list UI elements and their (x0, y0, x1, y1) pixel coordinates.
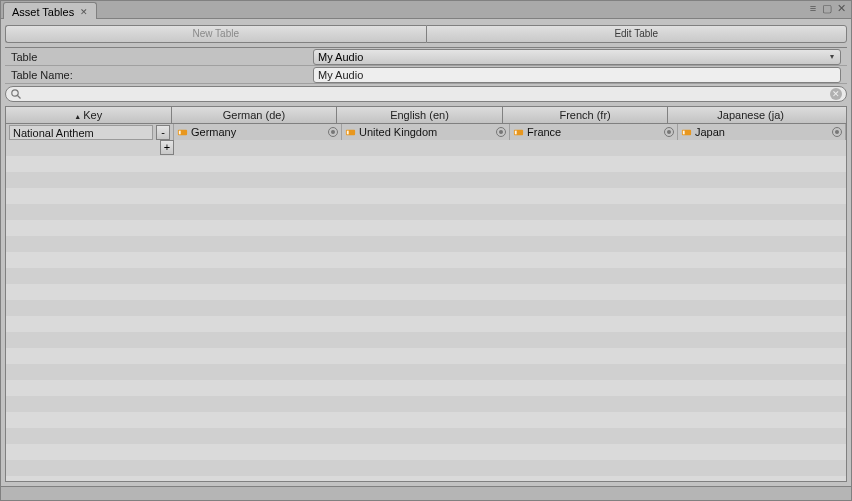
svg-rect-5 (347, 130, 349, 134)
window-buttons: ≡ ▢ ✕ (807, 2, 847, 14)
locale-value: Germany (191, 126, 325, 138)
menu-icon[interactable]: ≡ (807, 2, 819, 14)
object-picker-icon[interactable] (664, 127, 674, 137)
remove-row-button[interactable]: - (156, 125, 170, 140)
locale-cell-ja[interactable]: Japan (678, 124, 846, 140)
search-input[interactable] (22, 88, 830, 100)
header-spacer (833, 106, 847, 124)
tablename-input[interactable]: My Audio (313, 67, 841, 83)
edit-table-button[interactable]: Edit Table (426, 25, 848, 43)
bottom-scrollbar[interactable] (1, 486, 851, 500)
search-bar[interactable]: ✕ (5, 86, 847, 102)
locale-value: Japan (695, 126, 829, 138)
add-key-cell: + (6, 140, 174, 156)
audio-icon (345, 127, 356, 138)
table-row: National Anthem - Germany United Kingdom… (6, 124, 846, 140)
asset-tables-window: Asset Tables ✕ ≡ ▢ ✕ New Table Edit Tabl… (0, 0, 852, 501)
svg-rect-9 (683, 130, 685, 134)
tablename-label: Table Name: (5, 69, 313, 81)
add-row: + (6, 140, 846, 156)
table-fields: Table My Audio Table Name: My Audio (5, 47, 847, 84)
key-cell: National Anthem - (6, 124, 174, 140)
striped-bg: National Anthem - Germany United Kingdom… (6, 124, 846, 481)
tab-bar: Asset Tables ✕ ≡ ▢ ✕ (1, 1, 851, 19)
svg-rect-3 (179, 130, 181, 134)
locale-cell-fr[interactable]: France (510, 124, 678, 140)
locale-cell-de[interactable]: Germany (174, 124, 342, 140)
header-locale-fr[interactable]: French (fr) (502, 106, 668, 124)
svg-line-1 (18, 96, 21, 99)
locale-value: United Kingdom (359, 126, 493, 138)
header-locale-ja[interactable]: Japanese (ja) (667, 106, 833, 124)
object-picker-icon[interactable] (328, 127, 338, 137)
svg-rect-7 (515, 130, 517, 134)
table-dropdown[interactable]: My Audio (313, 49, 841, 65)
locale-cell-en[interactable]: United Kingdom (342, 124, 510, 140)
add-row-button[interactable]: + (160, 140, 174, 155)
table-label: Table (5, 51, 313, 63)
search-icon (10, 88, 22, 100)
maximize-icon[interactable]: ▢ (821, 2, 833, 14)
mode-bar: New Table Edit Table (5, 25, 847, 43)
header-locale-de[interactable]: German (de) (171, 106, 337, 124)
audio-icon (681, 127, 692, 138)
object-picker-icon[interactable] (496, 127, 506, 137)
audio-icon (177, 127, 188, 138)
clear-icon[interactable]: ✕ (830, 88, 842, 100)
key-input[interactable]: National Anthem (9, 125, 153, 140)
column-headers: ▲Key German (de) English (en) French (fr… (5, 106, 847, 124)
tab-asset-tables[interactable]: Asset Tables ✕ (3, 2, 97, 19)
table-row: Table My Audio (5, 48, 847, 66)
header-key[interactable]: ▲Key (5, 106, 171, 124)
audio-icon (513, 127, 524, 138)
locale-value: France (527, 126, 661, 138)
new-table-button[interactable]: New Table (5, 25, 426, 43)
svg-point-0 (12, 90, 18, 96)
object-picker-icon[interactable] (832, 127, 842, 137)
tab-title: Asset Tables (12, 6, 74, 18)
sort-icon: ▲ (74, 113, 81, 120)
table-dropdown-value: My Audio (318, 51, 363, 63)
header-locale-en[interactable]: English (en) (336, 106, 502, 124)
close-icon[interactable]: ✕ (80, 8, 88, 16)
tablename-row: Table Name: My Audio (5, 66, 847, 84)
data-area: National Anthem - Germany United Kingdom… (5, 124, 847, 482)
close-window-icon[interactable]: ✕ (835, 2, 847, 14)
